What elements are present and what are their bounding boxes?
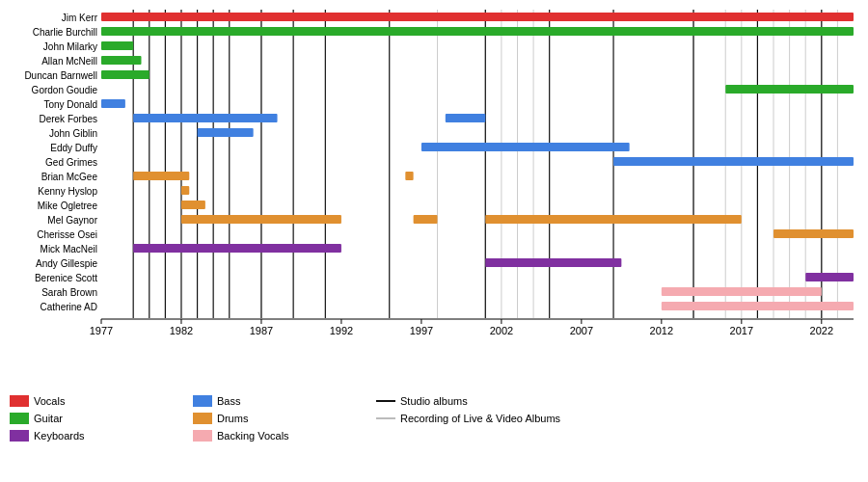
svg-text:Vocals: Vocals <box>34 395 66 407</box>
svg-text:Andy Gillespie: Andy Gillespie <box>36 258 97 269</box>
svg-rect-52 <box>421 143 630 151</box>
svg-rect-109 <box>193 430 212 442</box>
svg-rect-54 <box>613 157 854 166</box>
svg-rect-43 <box>725 85 854 94</box>
svg-text:Drums: Drums <box>217 413 249 424</box>
svg-rect-56 <box>133 172 189 180</box>
svg-text:Tony Donald: Tony Donald <box>43 99 97 110</box>
svg-text:Guitar: Guitar <box>34 413 63 424</box>
svg-rect-50 <box>198 128 254 137</box>
svg-text:1992: 1992 <box>330 325 353 336</box>
svg-text:Backing Vocals: Backing Vocals <box>217 430 289 442</box>
svg-text:2002: 2002 <box>490 325 513 336</box>
svg-text:Eddy Duffy: Eddy Duffy <box>50 143 97 153</box>
svg-text:2007: 2007 <box>570 325 593 336</box>
svg-rect-61 <box>181 201 205 209</box>
svg-rect-59 <box>181 186 189 195</box>
svg-text:Jim Kerr: Jim Kerr <box>62 13 98 23</box>
svg-text:Brian McGee: Brian McGee <box>41 172 98 182</box>
svg-text:Berenice Scott: Berenice Scott <box>35 273 97 283</box>
svg-rect-103 <box>10 430 29 442</box>
svg-text:Kenny Hyslop: Kenny Hyslop <box>38 186 97 197</box>
svg-text:Mel Gaynor: Mel Gaynor <box>47 215 97 226</box>
svg-rect-47 <box>133 114 277 122</box>
chart-container: Jim KerrCharlie BurchillJohn MilarkyAlla… <box>0 0 868 482</box>
svg-rect-39 <box>101 56 141 65</box>
svg-rect-37 <box>101 41 133 50</box>
svg-rect-41 <box>101 70 149 79</box>
svg-text:1982: 1982 <box>170 325 193 336</box>
svg-text:Mike Ogletree: Mike Ogletree <box>38 201 98 211</box>
svg-text:John Giblin: John Giblin <box>49 128 97 139</box>
svg-text:2022: 2022 <box>810 325 833 336</box>
svg-text:2012: 2012 <box>650 325 673 336</box>
svg-text:2017: 2017 <box>730 325 753 336</box>
svg-rect-45 <box>101 99 125 108</box>
svg-rect-105 <box>193 395 212 407</box>
svg-rect-99 <box>10 395 29 407</box>
svg-rect-75 <box>662 287 822 296</box>
svg-rect-64 <box>414 215 438 224</box>
svg-rect-67 <box>773 229 854 238</box>
svg-rect-69 <box>133 244 341 253</box>
svg-rect-35 <box>101 27 854 36</box>
svg-rect-57 <box>405 172 413 180</box>
svg-text:Sarah Brown: Sarah Brown <box>41 287 97 298</box>
svg-text:Duncan Barnwell: Duncan Barnwell <box>24 70 97 81</box>
svg-rect-73 <box>805 273 854 281</box>
svg-text:Keyboards: Keyboards <box>34 430 85 442</box>
svg-text:Recording of Live & Video Albu: Recording of Live & Video Albums <box>400 413 561 424</box>
svg-text:1987: 1987 <box>250 325 273 336</box>
svg-text:John Milarky: John Milarky <box>43 41 97 52</box>
svg-text:Studio albums: Studio albums <box>400 395 468 407</box>
svg-text:Mick MacNeil: Mick MacNeil <box>41 244 97 254</box>
svg-text:Gordon Goudie: Gordon Goudie <box>32 85 98 95</box>
svg-text:1977: 1977 <box>90 325 113 336</box>
svg-text:Ged Grimes: Ged Grimes <box>45 157 97 168</box>
svg-text:Charlie Burchill: Charlie Burchill <box>33 27 97 38</box>
svg-rect-101 <box>10 413 29 424</box>
svg-rect-33 <box>101 13 854 21</box>
svg-text:Catherine AD: Catherine AD <box>41 302 97 312</box>
svg-text:Bass: Bass <box>217 395 241 407</box>
svg-rect-48 <box>446 114 485 122</box>
svg-rect-77 <box>662 302 854 310</box>
svg-rect-63 <box>181 215 341 224</box>
svg-rect-65 <box>485 215 742 224</box>
main-chart: Jim KerrCharlie BurchillJohn MilarkyAlla… <box>0 0 868 482</box>
svg-text:Allan McNeill: Allan McNeill <box>41 56 97 67</box>
svg-rect-71 <box>485 258 621 267</box>
svg-text:Cherisse Osei: Cherisse Osei <box>37 229 97 240</box>
svg-text:Derek Forbes: Derek Forbes <box>39 114 97 124</box>
svg-rect-107 <box>193 413 212 424</box>
svg-text:1997: 1997 <box>410 325 433 336</box>
